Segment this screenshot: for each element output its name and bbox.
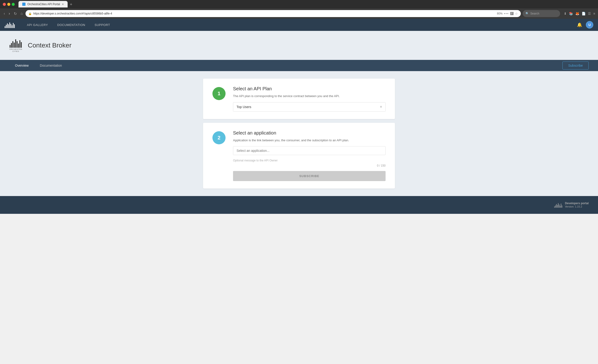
footer-logo-bar — [558, 203, 558, 208]
step1-card: 1 Select an API Plan The API plan is cor… — [203, 79, 395, 119]
plan-selector[interactable]: Top Users × — [233, 102, 386, 112]
tab-documentation[interactable]: Documentation — [34, 60, 67, 71]
lock-icon: 🔒 — [28, 12, 32, 15]
library-icon[interactable]: 📚 — [569, 12, 573, 16]
char-count: 0 / 150 — [233, 164, 386, 167]
hero-logo-bar — [19, 40, 20, 48]
footer-portal-name: Developers portal — [565, 202, 589, 205]
home-button[interactable]: ⌂ — [20, 10, 24, 17]
logo-bar — [8, 24, 9, 28]
search-icon: 🔍 — [525, 12, 529, 15]
address-options[interactable]: ••• — [504, 12, 509, 16]
logo-bar — [9, 23, 10, 28]
optional-message-label: Optional message to the API Owner — [233, 159, 386, 162]
step2-title: Select an application — [233, 130, 386, 136]
bookmark-icon[interactable]: ☆ — [515, 12, 518, 16]
active-tab[interactable]: 🌐 OrchestraCities API Portal × — [18, 1, 68, 8]
user-avatar[interactable]: U — [586, 21, 593, 29]
logo-bar — [10, 24, 11, 28]
logo-bar — [5, 26, 5, 28]
search-text: Search — [530, 12, 539, 15]
nav-support[interactable]: SUPPORT — [90, 19, 115, 31]
logo-bar — [6, 25, 7, 28]
hero-logo: ORCHESTRACITIES — [9, 38, 22, 52]
step2-description: Application is the link between you, the… — [233, 138, 386, 143]
logo-bar — [13, 23, 14, 28]
hero-logo-bar — [14, 42, 15, 48]
selected-plan-text: Top Users — [237, 105, 380, 109]
browser-tabs: 🌐 OrchestraCities API Portal × + — [18, 1, 595, 8]
nav-api-gallery[interactable]: API GALLERY — [22, 19, 53, 31]
hero-logo-bar — [21, 42, 22, 48]
logo-bar — [14, 24, 15, 28]
tab-close-btn[interactable]: × — [62, 2, 64, 6]
notification-bell-icon[interactable]: 🔔 — [577, 22, 582, 27]
nav-documentation[interactable]: DOCUMENTATION — [53, 19, 90, 31]
content-wrapper: 1 Select an API Plan The API plan is cor… — [203, 79, 395, 189]
footer-info: Developers portal Version: 1.15.2 — [565, 202, 589, 208]
hero-logo-bar — [12, 41, 13, 48]
forward-button[interactable]: › — [8, 10, 11, 17]
reload-button[interactable]: ↻ — [13, 10, 18, 17]
menu-icon[interactable]: ≡ — [593, 12, 595, 16]
tab-overview[interactable]: Overview — [9, 60, 34, 71]
zoom-level: 80% — [497, 12, 503, 15]
search-box[interactable]: 🔍 Search — [523, 10, 560, 17]
sub-navbar: Overview Documentation Subscribe — [0, 60, 598, 71]
footer-logo-bar — [561, 204, 561, 208]
reader-view-icon[interactable]: 📄 — [582, 12, 586, 16]
sidebar-icon[interactable]: ☰ — [588, 12, 591, 16]
traffic-lights — [3, 3, 15, 6]
hero-logo-bar — [15, 39, 16, 48]
hero-section: ORCHESTRACITIES Context Broker — [0, 31, 598, 60]
step2-body: Select an application Application is the… — [233, 130, 386, 181]
footer: Developers portal Version: 1.15.2 — [0, 196, 598, 214]
close-traffic-light[interactable] — [3, 3, 6, 6]
hero-logo-bar — [11, 43, 12, 48]
step1-description: The API plan is corresponding to the ser… — [233, 94, 386, 99]
clear-plan-button[interactable]: × — [380, 105, 382, 109]
avatar-initial: U — [588, 23, 591, 27]
step1-circle: 1 — [212, 87, 225, 100]
logo-bar — [7, 23, 8, 28]
subscribe-header-button[interactable]: Subscribe — [562, 62, 589, 69]
footer-logo-bar — [554, 206, 555, 208]
footer-logo-bar — [557, 205, 557, 208]
main-nav: API GALLERY DOCUMENTATION SUPPORT — [22, 19, 577, 31]
browser-chrome: 🌐 OrchestraCities API Portal × + ‹ › ↻ ⌂… — [0, 0, 598, 19]
subscribe-action-button[interactable]: SUBSCRIBE — [233, 171, 386, 181]
tab-favicon: 🌐 — [22, 3, 25, 6]
hero-logo-bars — [10, 38, 22, 48]
app-logo — [5, 22, 15, 28]
download-icon[interactable]: ⬇ — [564, 12, 567, 16]
step2-number: 2 — [218, 135, 220, 141]
step1-number: 1 — [218, 91, 220, 97]
sub-nav: Overview Documentation — [9, 60, 562, 71]
footer-logo-bar — [555, 205, 556, 208]
hero-logo-bar — [18, 43, 19, 48]
footer-logo-bar — [556, 204, 556, 208]
tab-title: OrchestraCities API Portal — [27, 3, 60, 6]
firefox-account-icon[interactable]: 🦊 — [575, 12, 579, 16]
pocket-icon[interactable]: 🅿 — [510, 12, 514, 16]
address-bar[interactable]: 🔒 https://developer.s.orchestracities.co… — [25, 10, 521, 17]
maximize-traffic-light[interactable] — [12, 3, 15, 6]
page-title: Context Broker — [28, 42, 72, 49]
step2-circle: 2 — [212, 131, 225, 144]
new-tab-button[interactable]: + — [68, 2, 74, 8]
application-selector-input[interactable] — [233, 146, 386, 155]
browser-titlebar: 🌐 OrchestraCities API Portal × + — [0, 0, 598, 8]
footer-logo-bar — [562, 205, 562, 208]
step2-card: 2 Select an application Application is t… — [203, 123, 395, 189]
browser-addressbar: ‹ › ↻ ⌂ 🔒 https://developer.s.orchestrac… — [0, 8, 598, 19]
step1-body: Select an API Plan The API plan is corre… — [233, 86, 386, 112]
address-text: https://developer.s.orchestracities.com/… — [33, 12, 496, 15]
back-button[interactable]: ‹ — [3, 10, 6, 17]
footer-version: Version: 1.15.2 — [565, 205, 582, 208]
nav-right: 🔔 U — [577, 21, 593, 29]
minimize-traffic-light[interactable] — [7, 3, 10, 6]
logo-bar — [12, 25, 12, 28]
main-content: 1 Select an API Plan The API plan is cor… — [0, 71, 598, 196]
footer-logo-bars — [554, 202, 562, 208]
hero-logo-bar — [17, 41, 17, 48]
